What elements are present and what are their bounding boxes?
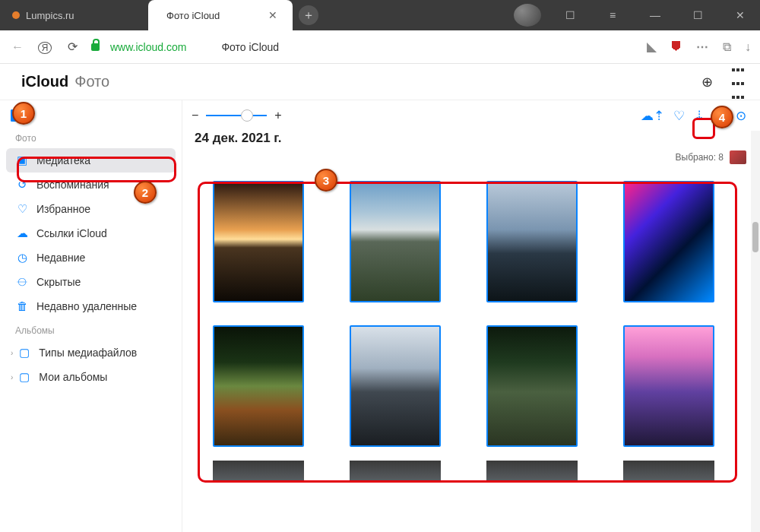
tab-favicon-dot [12,11,20,19]
bookmark-icon[interactable]: ◣ [647,39,657,55]
content-area: − + ☁⇡ ♡ ⇣ 🗑 ⊙ 24 дек. 2021 г. Выбрано: … [182,100,760,532]
browser-titlebar: Lumpics.ru Фото iCloud ✕ ＋ ☐ ≡ — ☐ ✕ [0,0,760,30]
upload-icon[interactable]: ☁⇡ [641,108,664,124]
sidebar-item-label: Недавно удаленные [36,300,137,312]
maximize-icon[interactable]: ☐ [684,4,711,27]
shield-icon[interactable]: ⛊ [670,40,682,54]
sidebar-item-label: Ссылки iCloud [36,227,107,239]
sidebar-item-label: Типы медиафайлов [39,347,137,359]
page-url[interactable]: www.icloud.com [110,41,186,53]
more-icon[interactable]: ⋯ [696,40,709,54]
photo-thumbnail[interactable] [350,181,441,302]
sidebar-item-hidden[interactable]: ⦵Скрытые [6,270,176,294]
library-icon: ▣ [15,154,29,167]
close-icon[interactable]: ✕ [265,8,280,23]
reload-icon[interactable]: ⟳ [64,40,81,54]
sidebar: Фото ▣Медиатека ↺Воспоминания ♡Избранное… [0,100,182,532]
trash-icon: 🗑 [15,299,29,312]
photo-thumbnail[interactable] [350,325,441,447]
close-window-icon[interactable]: ✕ [727,4,754,27]
extension-icon[interactable]: ⧉ [723,40,731,54]
sidebar-section-albums: Альбомы [6,318,176,340]
sidebar-item-label: Избранное [36,203,90,215]
nav-back-icon[interactable]: ← [9,40,26,54]
scrollbar[interactable] [751,131,760,532]
cloud-icon: ☁ [15,226,29,240]
sidebar-item-media-types[interactable]: ›▢Типы медиафайлов [6,340,176,365]
sidebar-item-label: Скрытые [36,276,81,288]
download-icon[interactable]: ↓ [745,40,751,54]
browser-tab-active[interactable]: Фото iCloud ✕ [148,0,293,30]
heart-icon: ♡ [15,202,29,216]
more-options-icon[interactable]: ⊙ [736,108,746,124]
zoom-slider[interactable]: − + [192,109,282,122]
photo-thumbnail[interactable] [486,181,578,302]
tab-title: Фото iCloud [166,10,220,21]
window-controls: ☐ ≡ — ☐ ✕ [514,4,760,27]
icloud-brand: iCloud [21,73,68,90]
add-icon[interactable]: ⊕ [701,74,713,90]
sidebar-item-library[interactable]: ▣Медиатека [6,148,176,173]
photo-grid-partial [182,461,760,489]
new-tab-button[interactable]: ＋ [299,5,318,25]
photo-thumbnail[interactable] [623,181,714,302]
memories-icon: ↺ [15,178,29,192]
apps-grid-icon[interactable] [731,62,745,103]
selection-count: Выбрано: 8 [676,152,724,163]
photo-thumbnail[interactable] [486,461,578,482]
main-layout: Фото ▣Медиатека ↺Воспоминания ♡Избранное… [0,100,760,532]
photo-thumbnail[interactable] [213,461,304,482]
profile-avatar[interactable] [514,4,541,27]
photo-grid [182,167,760,461]
clock-icon: ◷ [15,251,29,264]
photo-thumbnail[interactable] [623,325,714,447]
annotation-marker-3: 3 [315,169,337,192]
icloud-app-header: iCloud Фото ⊕ [0,64,760,100]
browser-tab-inactive[interactable]: Lumpics.ru [0,0,148,30]
sidebar-item-icloud-links[interactable]: ☁Ссылки iCloud [6,221,176,245]
download-cloud-icon[interactable]: ⇣ [694,108,705,124]
menu-icon[interactable]: ≡ [599,4,626,27]
bookmark-menu-icon[interactable]: ☐ [556,4,584,27]
content-toolbar: − + ☁⇡ ♡ ⇣ 🗑 ⊙ [182,100,760,131]
selection-thumbnail [730,150,746,164]
sidebar-item-recent[interactable]: ◷Недавние [6,245,176,270]
folder-icon: ▢ [17,346,31,359]
favorite-icon[interactable]: ♡ [673,108,685,124]
photo-thumbnail[interactable] [486,325,578,447]
photo-thumbnail[interactable] [213,325,304,447]
annotation-marker-4: 4 [711,106,733,128]
sidebar-section-photos: Фото [6,125,176,148]
minimize-icon[interactable]: — [641,4,669,27]
slider-track[interactable] [206,115,267,116]
page-title: Фото iCloud [221,41,279,53]
sidebar-item-label: Медиатека [36,154,90,166]
sidebar-item-label: Мои альбомы [39,371,107,383]
selection-status: Выбрано: 8 [182,147,760,167]
annotation-marker-1: 1 [12,102,35,125]
lock-icon [91,43,100,51]
scrollbar-thumb[interactable] [752,222,758,252]
icloud-app-name: Фото [74,73,109,90]
browser-address-bar: ← Я ⟳ www.icloud.com Фото iCloud ◣ ⛊ ⋯ ⧉… [0,30,760,64]
folder-icon: ▢ [17,370,31,384]
sidebar-item-my-albums[interactable]: ›▢Мои альбомы [6,365,176,389]
tab-title: Lumpics.ru [26,10,74,21]
yandex-icon[interactable]: Я [36,40,53,54]
sidebar-item-label: Воспоминания [36,179,109,191]
zoom-in-icon[interactable]: + [274,109,281,122]
date-heading: 24 дек. 2021 г. [182,131,760,147]
annotation-marker-2: 2 [134,181,157,204]
sidebar-item-label: Недавние [36,252,85,264]
photo-thumbnail[interactable] [213,181,304,302]
chevron-right-icon: › [11,349,13,357]
zoom-out-icon[interactable]: − [192,109,198,122]
sidebar-item-deleted[interactable]: 🗑Недавно удаленные [6,294,176,318]
photo-thumbnail[interactable] [350,461,441,482]
chevron-right-icon: › [11,373,13,382]
eye-off-icon: ⦵ [15,275,29,289]
photo-thumbnail[interactable] [623,461,714,482]
